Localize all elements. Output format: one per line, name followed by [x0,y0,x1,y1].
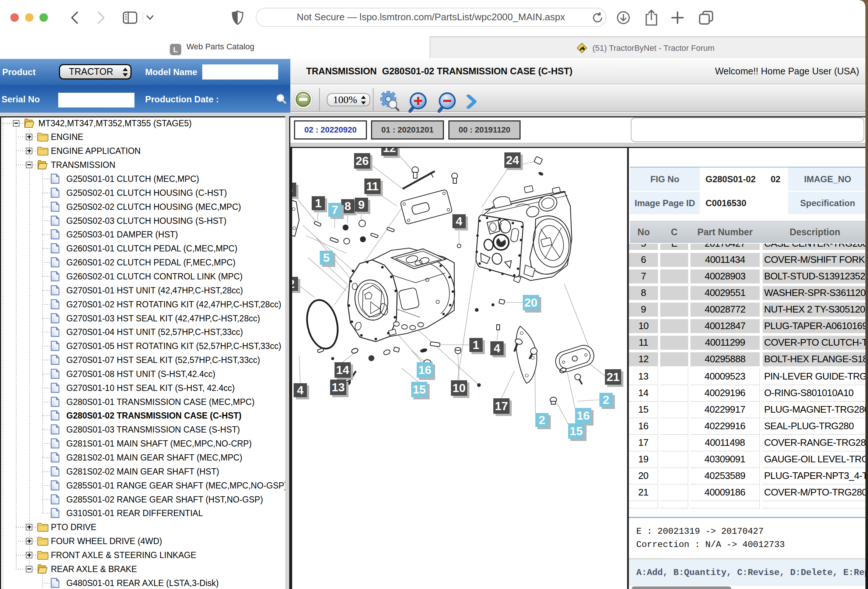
svg-text:17: 17 [495,399,508,413]
svg-text:5: 5 [323,251,330,264]
svg-text:1: 1 [473,338,479,352]
svg-text:16: 16 [418,363,431,377]
svg-text:8: 8 [344,200,351,213]
svg-text:2: 2 [539,414,545,427]
svg-text:15: 15 [570,424,583,438]
svg-text:16: 16 [577,409,590,422]
svg-text:20: 20 [524,296,537,309]
svg-text:13: 13 [332,381,345,394]
svg-text:26: 26 [356,154,369,168]
svg-text:9: 9 [358,198,365,211]
svg-text:4: 4 [456,215,462,228]
svg-text:11: 11 [366,180,379,193]
svg-text:4: 4 [297,384,304,397]
svg-text:24: 24 [506,153,519,167]
svg-text:7: 7 [332,203,338,216]
svg-text:14: 14 [336,363,349,377]
svg-text:4: 4 [494,342,500,355]
svg-text:15: 15 [413,383,426,396]
svg-text:12: 12 [383,148,396,155]
svg-text:21: 21 [607,370,620,384]
svg-text:2: 2 [292,277,295,290]
svg-text:2: 2 [603,393,610,406]
svg-text:10: 10 [452,381,466,395]
svg-text:1: 1 [315,197,322,210]
svg-text:6: 6 [292,183,293,196]
